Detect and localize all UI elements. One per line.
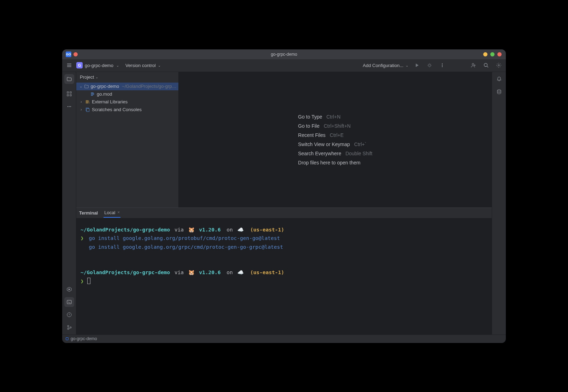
svg-rect-16 — [67, 300, 71, 304]
tree-external-libs-label: External Libraries — [92, 99, 128, 104]
term-path: ~/GolandProjects/go-grpc-demo — [81, 227, 170, 233]
svg-point-13 — [70, 106, 71, 107]
svg-rect-10 — [70, 95, 71, 96]
ide-window: GO go-grpc-demo G go-grpc-demo ⌄ Version… — [62, 49, 506, 343]
term-version: v1.20.6 — [199, 270, 221, 275]
titlebar: GO go-grpc-demo — [62, 49, 506, 59]
terminal-tab-local[interactable]: Local × — [103, 208, 120, 218]
prompt-symbol: ❯ — [81, 278, 84, 284]
svg-rect-7 — [67, 92, 69, 93]
hamburger-menu-icon[interactable] — [65, 61, 73, 70]
main-toolbar: G go-grpc-demo ⌄ Version control ⌄ Add C… — [62, 59, 506, 72]
term-via: via — [174, 227, 184, 233]
traffic-minimize[interactable] — [483, 52, 487, 56]
traffic-zoom[interactable] — [490, 52, 495, 56]
go-mod-icon — [90, 92, 95, 97]
project-panel-title: Project — [80, 74, 94, 80]
svg-point-4 — [472, 64, 474, 65]
structure-tool-icon[interactable] — [64, 89, 74, 99]
editor-placeholder[interactable]: Go to TypeCtrl+N Go to FileCtrl+Shift+N … — [179, 72, 492, 207]
prompt-symbol: ❯ — [81, 235, 84, 241]
left-tool-gutter — [62, 72, 76, 334]
svg-point-6 — [498, 65, 499, 66]
module-indicator-icon — [66, 337, 69, 340]
hint-row[interactable]: Switch View or KeymapCtrl+` — [298, 141, 366, 147]
chevron-down-icon: ⌄ — [158, 64, 161, 67]
tree-file-row[interactable]: go.mod — [76, 90, 178, 98]
term-on: on — [226, 227, 232, 233]
tree-root-row[interactable]: ⌄ go-grpc-demo ~/GolandProjects/go-grpc-… — [76, 83, 178, 90]
right-tool-gutter — [492, 72, 506, 334]
more-tools-icon[interactable] — [64, 102, 74, 111]
chevron-down-icon: ⌄ — [406, 64, 408, 67]
terminal-tabs: Terminal Local × — [76, 208, 492, 218]
terminal-body[interactable]: ~/GolandProjects/go-grpc-demo via 🐹 v1.2… — [76, 218, 492, 334]
code-with-me-icon[interactable] — [469, 61, 478, 70]
terminal-tab-label: Local — [104, 210, 115, 215]
vcs-selector[interactable]: Version control ⌄ — [125, 63, 161, 68]
hint-row[interactable]: Go to FileCtrl+Shift+N — [298, 123, 351, 129]
tree-scratches-row[interactable]: › Scratches and Consoles — [76, 106, 178, 114]
hint-row[interactable]: Recent FilesCtrl+E — [298, 132, 344, 138]
tree-file-label: go.mod — [97, 91, 112, 97]
svg-point-20 — [70, 327, 71, 328]
scratch-icon — [85, 107, 90, 112]
svg-point-18 — [67, 325, 69, 327]
chevron-right-icon: › — [79, 100, 83, 104]
project-badge-icon: G — [76, 62, 83, 68]
debug-icon[interactable] — [425, 61, 434, 70]
tree-root-path: ~/GolandProjects/go-grpc-demo — [122, 84, 178, 89]
svg-point-19 — [67, 328, 69, 330]
library-icon — [85, 99, 90, 104]
more-icon[interactable] — [438, 61, 446, 70]
settings-icon[interactable] — [495, 61, 503, 70]
svg-point-23 — [497, 90, 501, 91]
cursor — [87, 278, 90, 284]
status-bar: go-grpc-demo — [62, 334, 506, 343]
hint-row[interactable]: Go to TypeCtrl+N — [298, 114, 341, 120]
project-panel: Project ⌄ ⌄ go-grpc-demo ~/GolandProject… — [76, 72, 179, 207]
svg-point-0 — [428, 64, 431, 66]
database-icon[interactable] — [494, 87, 504, 97]
term-version: v1.20.6 — [199, 227, 221, 233]
notifications-icon[interactable] — [494, 74, 504, 84]
traffic-close[interactable] — [497, 52, 502, 56]
window-title: go-grpc-demo — [271, 52, 297, 57]
svg-point-12 — [69, 106, 69, 107]
project-tree: ⌄ go-grpc-demo ~/GolandProjects/go-grpc-… — [76, 83, 178, 207]
term-command: go install google.golang.org/protobuf/cm… — [89, 235, 280, 241]
project-tool-icon[interactable] — [64, 74, 74, 84]
term-via: via — [174, 270, 184, 275]
cloud-icon: ☁️ — [237, 227, 244, 233]
status-module[interactable]: go-grpc-demo — [71, 336, 97, 341]
terminal-title: Terminal — [79, 210, 98, 216]
tree-external-libs-row[interactable]: › External Libraries — [76, 98, 178, 106]
run-config-label: Add Configuration... — [363, 63, 403, 68]
svg-point-5 — [484, 64, 487, 67]
problems-tool-icon[interactable] — [64, 310, 74, 320]
project-panel-header[interactable]: Project ⌄ — [76, 72, 178, 83]
project-selector[interactable]: G go-grpc-demo ⌄ — [76, 62, 119, 68]
chevron-down-icon: ⌄ — [95, 75, 98, 79]
services-tool-icon[interactable] — [64, 284, 74, 294]
term-region: (us-east-1) — [250, 270, 284, 275]
term-on: on — [226, 270, 232, 275]
terminal-tool-icon[interactable] — [64, 297, 74, 307]
hamster-icon: 🐹 — [188, 270, 195, 275]
run-icon[interactable] — [413, 61, 421, 70]
terminal-panel: Terminal Local × ~/GolandProjects/go-grp… — [76, 207, 492, 334]
hint-row[interactable]: Search EverywhereDouble Shift — [298, 151, 372, 156]
run-config-selector[interactable]: Add Configuration... ⌄ — [363, 63, 408, 68]
tree-scratches-label: Scratches and Consoles — [92, 107, 142, 112]
close-icon[interactable]: × — [117, 210, 120, 215]
mac-close-dot[interactable] — [73, 52, 78, 56]
vcs-tool-icon[interactable] — [64, 322, 74, 332]
svg-rect-8 — [70, 92, 71, 93]
folder-icon — [84, 84, 89, 89]
svg-rect-22 — [87, 108, 89, 111]
chevron-down-icon: ⌄ — [79, 84, 83, 88]
search-icon[interactable] — [482, 61, 490, 70]
term-path: ~/GolandProjects/go-grpc-demo — [81, 270, 170, 275]
hamster-icon: 🐹 — [188, 227, 195, 233]
svg-point-3 — [442, 66, 443, 67]
